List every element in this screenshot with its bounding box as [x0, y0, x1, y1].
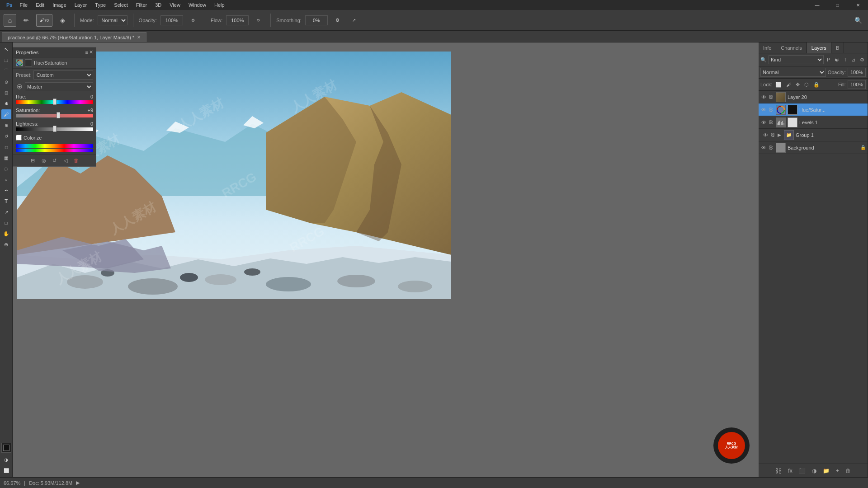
- group1-expand-icon[interactable]: ▶: [778, 132, 781, 137]
- menu-layer[interactable]: Layer: [71, 1, 91, 9]
- ps-logo[interactable]: Ps: [4, 2, 15, 8]
- eraser-tool[interactable]: ◻: [1, 142, 11, 152]
- lightness-track[interactable]: [16, 127, 93, 131]
- blur-tool[interactable]: ◌: [1, 164, 11, 174]
- channels-tab[interactable]: Channels: [776, 42, 807, 53]
- mode-select[interactable]: Normal: [98, 15, 127, 25]
- layer-fill-input[interactable]: [848, 80, 866, 89]
- preset-select[interactable]: Custom Default: [33, 70, 93, 80]
- canvas-area[interactable]: RRCG 人人素材 人人素材 RRCG 人人素材 RRCG 人人素材 人人素材 …: [13, 42, 759, 477]
- angle-button[interactable]: ↗: [348, 14, 360, 27]
- dodge-tool[interactable]: ○: [1, 174, 11, 184]
- create-group-button[interactable]: 📁: [821, 467, 831, 474]
- previous-state-button[interactable]: ◁: [61, 156, 70, 164]
- hue-track[interactable]: [16, 100, 93, 104]
- blend-mode-select[interactable]: Normal Multiply Screen Overlay: [760, 68, 826, 77]
- menu-view[interactable]: View: [166, 1, 184, 9]
- menu-select[interactable]: Select: [110, 1, 132, 9]
- crop-tool[interactable]: ⊡: [1, 88, 11, 98]
- layers-tab[interactable]: Layers: [807, 42, 831, 53]
- lock-all-button[interactable]: 🔒: [812, 81, 821, 88]
- filter-type-button[interactable]: P: [826, 56, 831, 63]
- lock-transparent-button[interactable]: ⬜: [774, 81, 783, 88]
- colorize-label[interactable]: Colorize: [24, 135, 42, 141]
- minimize-button[interactable]: —: [807, 0, 827, 10]
- zoom-tool[interactable]: ⊕: [1, 239, 11, 249]
- hand-tool[interactable]: ✋: [1, 229, 11, 239]
- hue-handle[interactable]: [53, 99, 57, 105]
- home-tool-button[interactable]: ⌂: [4, 14, 16, 27]
- eye-visibility-button[interactable]: ◎: [40, 156, 48, 164]
- mask-tool-button[interactable]: ◈: [56, 14, 69, 27]
- document-tab[interactable]: practice.psd @ 66.7% (Hue/Saturation 1, …: [2, 32, 146, 42]
- reset-button[interactable]: ↺: [51, 156, 59, 164]
- brush-size-button[interactable]: 🖌 70: [36, 14, 52, 27]
- pen-tool[interactable]: ✒: [1, 185, 11, 195]
- menu-help[interactable]: Help: [211, 1, 228, 9]
- opacity-input[interactable]: 100%: [160, 15, 183, 25]
- layer-opacity-input[interactable]: [848, 68, 866, 77]
- quick-select-tool[interactable]: ⊙: [1, 77, 11, 87]
- flow-options-button[interactable]: ⟳: [252, 14, 265, 27]
- menu-image[interactable]: Image: [49, 1, 70, 9]
- group1-visibility[interactable]: 👁: [762, 132, 769, 138]
- info-tab[interactable]: Info: [759, 42, 776, 53]
- layer-row-levels1[interactable]: 👁 ⛓ Levels 1: [759, 116, 868, 129]
- filter-text-button[interactable]: T: [842, 56, 848, 63]
- search-button[interactable]: 🔍: [852, 14, 864, 27]
- foreground-color-swatch[interactable]: [3, 445, 9, 451]
- lightness-handle[interactable]: [53, 126, 57, 132]
- colorize-checkbox[interactable]: [16, 135, 22, 141]
- create-new-layer-button[interactable]: +: [835, 467, 840, 474]
- history-brush-tool[interactable]: ↺: [1, 131, 11, 141]
- huesat-visibility[interactable]: 👁: [760, 107, 767, 113]
- lock-artboard-button[interactable]: ⬡: [803, 81, 810, 88]
- text-tool[interactable]: T: [1, 196, 11, 206]
- menu-file[interactable]: File: [16, 1, 31, 9]
- smoothing-settings-button[interactable]: ⚙: [331, 14, 344, 27]
- selection-tool[interactable]: ⬚: [1, 55, 11, 65]
- filter-adj-button[interactable]: ☯: [833, 56, 840, 63]
- close-tab-button[interactable]: ✕: [137, 35, 141, 40]
- clip-to-layer-button[interactable]: ⊟: [29, 156, 37, 164]
- background-color-swatch[interactable]: [1, 443, 11, 453]
- menu-window[interactable]: Window: [185, 1, 210, 9]
- opacity-options-button[interactable]: ⚙: [187, 14, 199, 27]
- filter-kind-select[interactable]: Kind: [769, 55, 824, 64]
- props-close-button[interactable]: ✕: [89, 49, 93, 55]
- filter-vector-button[interactable]: ⊿: [850, 56, 857, 63]
- add-mask-button[interactable]: ⬛: [797, 467, 807, 474]
- create-fill-adj-button[interactable]: ◑: [811, 467, 818, 474]
- layer20-visibility[interactable]: 👁: [760, 94, 767, 100]
- clone-tool[interactable]: ⊕: [1, 120, 11, 130]
- layer-row-background[interactable]: 👁 ⛓ Background 🔒: [759, 141, 868, 154]
- brush-tool-button[interactable]: ✏: [20, 14, 33, 27]
- bg-visibility[interactable]: 👁: [760, 145, 767, 150]
- screen-mode-button[interactable]: ⬜: [1, 465, 11, 475]
- layer-row-layer20[interactable]: 👁 ⛓ Layer 20: [759, 91, 868, 103]
- brush-tool[interactable]: 🖌: [1, 109, 11, 119]
- link-layers-button[interactable]: ⛓: [774, 467, 783, 475]
- close-button[interactable]: ✕: [848, 0, 868, 10]
- props-pin-button[interactable]: ≡: [85, 49, 88, 55]
- flow-input[interactable]: 100%: [226, 15, 249, 25]
- saturation-handle[interactable]: [57, 112, 60, 118]
- menu-filter[interactable]: Filter: [132, 1, 151, 9]
- maximize-button[interactable]: □: [827, 0, 848, 10]
- menu-edit[interactable]: Edit: [32, 1, 48, 9]
- scroll-right-arrow[interactable]: ▶: [76, 480, 80, 486]
- lock-position-button[interactable]: ✥: [794, 81, 801, 88]
- levels1-visibility[interactable]: 👁: [760, 120, 767, 125]
- path-select-tool[interactable]: ↗: [1, 207, 11, 217]
- menu-type[interactable]: Type: [91, 1, 109, 9]
- channel-select[interactable]: Master Reds Yellows Greens Cyans Blues M…: [25, 82, 93, 91]
- extra-tab[interactable]: B: [831, 42, 844, 53]
- filter-smart-button[interactable]: ⚙: [859, 56, 866, 63]
- smoothing-input[interactable]: 0%: [305, 15, 328, 25]
- layer-row-huesat[interactable]: 👁 ⛓ Hue/Satur...: [759, 103, 868, 116]
- saturation-track[interactable]: [16, 114, 93, 117]
- properties-header[interactable]: Properties ≡ ✕: [13, 47, 96, 57]
- gradient-tool[interactable]: ▦: [1, 153, 11, 163]
- delete-button[interactable]: 🗑: [72, 156, 80, 164]
- eyedropper-tool[interactable]: ✱: [1, 99, 11, 108]
